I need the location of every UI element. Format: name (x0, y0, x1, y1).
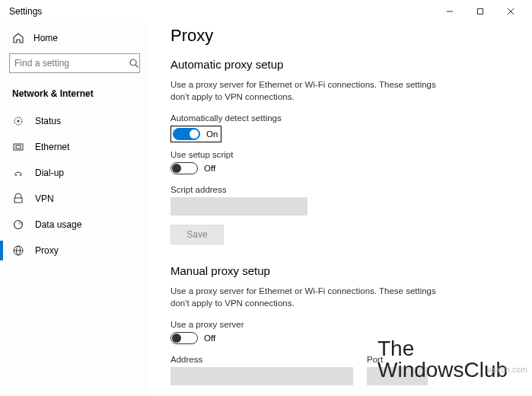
manual-address-input[interactable] (170, 367, 353, 385)
sidebar-item-label: Ethernet (35, 142, 69, 152)
maximize-button[interactable] (465, 1, 495, 22)
svg-line-5 (135, 65, 139, 68)
sidebar-item-label: Data usage (35, 219, 81, 230)
dialup-icon (12, 167, 24, 179)
ethernet-icon (12, 141, 24, 153)
window-title: Settings (6, 6, 42, 17)
vpn-icon (12, 193, 24, 205)
search-icon (129, 58, 139, 69)
svg-rect-12 (14, 198, 22, 203)
auto-detect-label: Automatically detect settings (170, 113, 511, 123)
sidebar-item-dialup[interactable]: Dial-up (9, 160, 140, 186)
manual-section-title: Manual proxy setup (170, 264, 511, 277)
titlebar: Settings (0, 0, 532, 23)
toggle-knob (190, 129, 199, 139)
svg-point-7 (18, 120, 20, 123)
home-icon (12, 32, 24, 44)
sidebar-item-label: Proxy (35, 245, 59, 256)
use-proxy-label: Use a proxy server (170, 320, 511, 329)
home-label: Home (33, 33, 58, 43)
status-icon (12, 115, 24, 127)
use-proxy-toggle[interactable] (170, 332, 198, 344)
auto-section-title: Automatic proxy setup (170, 58, 511, 71)
setup-script-state: Off (204, 164, 215, 173)
sidebar-item-status[interactable]: Status (9, 108, 140, 134)
close-button[interactable] (495, 1, 526, 22)
sidebar-item-label: Status (35, 116, 61, 126)
manual-port-label: Port (367, 355, 428, 364)
sidebar-item-datausage[interactable]: Data usage (9, 212, 140, 238)
toggle-knob (172, 164, 181, 173)
use-proxy-toggle-row: Off (170, 332, 511, 344)
sidebar-item-proxy[interactable]: Proxy (9, 238, 140, 263)
proxy-icon (12, 244, 24, 257)
svg-rect-9 (16, 145, 21, 148)
auto-detect-toggle[interactable] (173, 128, 200, 140)
maximize-icon (476, 8, 484, 15)
setup-script-toggle-row: Off (170, 162, 511, 174)
manual-section-desc: Use a proxy server for Ethernet or Wi-Fi… (170, 285, 452, 309)
svg-rect-8 (14, 144, 23, 150)
minimize-button[interactable] (435, 1, 465, 22)
home-nav[interactable]: Home (9, 27, 140, 53)
use-proxy-state: Off (204, 334, 215, 343)
window-controls (435, 1, 526, 22)
close-icon (507, 8, 514, 15)
save-button[interactable]: Save (170, 225, 224, 244)
setup-script-label: Use setup script (170, 150, 511, 159)
sidebar-item-label: Dial-up (35, 168, 64, 178)
svg-rect-1 (478, 9, 483, 14)
sidebar-item-vpn[interactable]: VPN (9, 186, 140, 212)
search-box[interactable] (9, 53, 140, 73)
main-content: Proxy Automatic proxy setup Use a proxy … (149, 23, 532, 396)
toggle-knob (172, 334, 181, 343)
svg-point-11 (20, 174, 21, 176)
auto-section-desc: Use a proxy server for Ethernet or Wi-Fi… (170, 78, 452, 103)
script-address-label: Script address (170, 185, 511, 194)
setup-script-toggle[interactable] (170, 162, 198, 174)
data-usage-icon (12, 219, 24, 231)
svg-point-10 (15, 174, 17, 176)
minimize-icon (446, 8, 454, 15)
auto-detect-state: On (206, 129, 218, 139)
auto-detect-toggle-row: On (170, 126, 221, 142)
script-address-input[interactable] (170, 197, 307, 216)
manual-port-input[interactable] (367, 367, 428, 385)
sidebar-item-ethernet[interactable]: Ethernet (9, 134, 140, 160)
sidebar: Home Network & Internet Status Ethernet (0, 23, 149, 396)
page-title: Proxy (170, 26, 511, 46)
sidebar-item-label: VPN (35, 193, 54, 204)
category-header: Network & Internet (9, 85, 140, 108)
svg-point-4 (130, 59, 136, 65)
manual-address-label: Address (170, 355, 353, 364)
search-input[interactable] (14, 58, 129, 69)
